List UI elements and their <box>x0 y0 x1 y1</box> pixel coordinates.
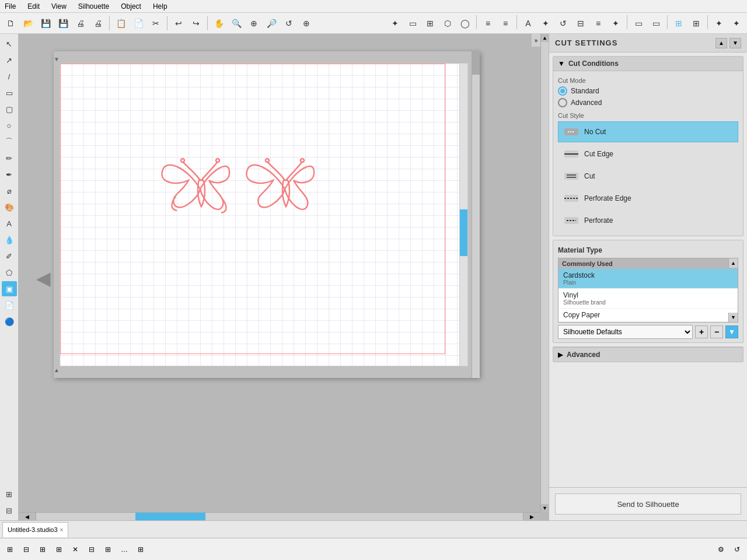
tb-r9[interactable]: ✦ <box>537 15 554 32</box>
material-preset-dropdown[interactable]: Silhouette Defaults <box>558 325 693 339</box>
panel-expand-btn[interactable]: » <box>531 34 540 47</box>
tb-r10[interactable]: ↺ <box>555 15 571 32</box>
h-scrollbar[interactable]: ◀ ▶ <box>19 512 540 520</box>
material-cardstock[interactable]: Cardstock Plain <box>558 269 738 289</box>
tb-print2[interactable]: 🖨 <box>90 15 106 32</box>
tb-cut[interactable]: ✂ <box>148 15 164 32</box>
tb-r3[interactable]: ⊞ <box>422 15 438 32</box>
scroll-left-btn[interactable]: ◀ <box>19 513 36 520</box>
status-info-btn[interactable]: ↺ <box>729 542 745 557</box>
mode-advanced-row[interactable]: Advanced <box>558 98 738 107</box>
tool-calligraph[interactable]: ✒ <box>2 167 17 182</box>
tb-new[interactable]: 🗋 <box>2 15 19 32</box>
tb-r11[interactable]: ⊟ <box>573 15 589 32</box>
tool-view[interactable]: ▣ <box>2 281 17 296</box>
menu-view[interactable]: View <box>49 1 69 12</box>
tb-undo[interactable]: ↩ <box>170 15 187 32</box>
tb-rotate[interactable]: ↺ <box>281 15 297 32</box>
tool-pencil[interactable]: ✏ <box>2 150 17 166</box>
v-scrollbar[interactable] <box>472 51 480 378</box>
tb-r6[interactable]: ≡ <box>480 15 496 32</box>
material-copypaper[interactable]: Copy Paper <box>558 309 738 322</box>
menu-file[interactable]: File <box>2 1 18 12</box>
mode-advanced-radio[interactable] <box>558 98 567 107</box>
tb-r15[interactable]: ▭ <box>648 15 664 32</box>
panel-arrow-up[interactable]: ▲ <box>715 38 727 48</box>
tb-r7[interactable]: ≡ <box>497 15 514 32</box>
tb-redo[interactable]: ↪ <box>188 15 204 32</box>
v-scroll-thumb[interactable] <box>472 51 480 75</box>
tool-panel1[interactable]: ⊞ <box>2 487 17 502</box>
menu-silhouette[interactable]: Silhouette <box>76 1 111 12</box>
mat-scroll-down[interactable]: ▼ <box>728 313 738 322</box>
tool-bezier[interactable]: ⌒ <box>2 134 17 149</box>
h-scroll-thumb[interactable] <box>135 513 205 520</box>
tb-r19[interactable]: ✦ <box>728 15 745 32</box>
menu-edit[interactable]: Edit <box>25 1 42 12</box>
status-btn-5[interactable]: ✕ <box>68 542 83 557</box>
scroll-down-btn[interactable]: ▼ <box>541 504 549 512</box>
tool-ellipse[interactable]: ○ <box>2 118 17 133</box>
tool-paint[interactable]: 🎨 <box>2 200 17 215</box>
tool-polygon[interactable]: ⬠ <box>2 265 17 280</box>
tb-r1[interactable]: ✦ <box>387 15 403 32</box>
status-btn-6[interactable]: ⊟ <box>84 542 99 557</box>
tb-r8[interactable]: A <box>520 15 536 32</box>
cut-style-cutedge[interactable]: Cut Edge <box>558 144 738 164</box>
tb-r2[interactable]: ▭ <box>404 15 421 32</box>
tb-save-as[interactable]: 💾 <box>37 15 54 32</box>
tb-r18[interactable]: ✦ <box>711 15 727 32</box>
tb-r4[interactable]: ⬡ <box>439 15 456 32</box>
tab-close-btn[interactable]: × <box>60 527 64 533</box>
tb-paste[interactable]: 📄 <box>130 15 146 32</box>
outer-v-scrollbar[interactable]: ▲ ▼ <box>540 34 549 512</box>
tb-r17[interactable]: ⊞ <box>688 15 704 32</box>
tb-open[interactable]: 📂 <box>20 15 36 32</box>
tb-r13[interactable]: ✦ <box>608 15 624 32</box>
tb-print[interactable]: 🖨 <box>72 15 89 32</box>
material-add-btn[interactable]: + <box>695 326 708 338</box>
scroll-right-btn[interactable]: ▶ <box>523 513 540 520</box>
tool-node[interactable]: ↗ <box>2 52 17 68</box>
tb-zoom-in[interactable]: 🔍 <box>228 15 245 32</box>
status-btn-8[interactable]: … <box>117 542 132 557</box>
tb-zoom-fit[interactable]: ⊕ <box>246 15 262 32</box>
tb-expand[interactable]: ⊕ <box>298 15 315 32</box>
canvas-area[interactable]: ◀ ▼ ▲ <box>19 34 549 520</box>
menu-object[interactable]: Object <box>118 1 144 12</box>
cut-conditions-header[interactable]: ▼ Cut Conditions <box>553 57 743 71</box>
material-vinyl[interactable]: Vinyl Silhouette brand <box>558 289 738 309</box>
material-remove-btn[interactable]: − <box>710 326 723 338</box>
tool-eyedrop[interactable]: 💧 <box>2 232 17 247</box>
tb-r16[interactable]: ⊞ <box>671 15 687 32</box>
tb-save[interactable]: 💾 <box>55 15 71 32</box>
status-btn-2[interactable]: ⊟ <box>19 542 34 557</box>
tool-special[interactable]: 🔵 <box>2 314 17 329</box>
material-dropdown-btn[interactable]: ▼ <box>725 326 738 338</box>
cut-style-perf[interactable]: Perforate <box>558 210 738 231</box>
tool-panel2[interactable]: ⊟ <box>2 503 17 518</box>
tool-pages[interactable]: 📄 <box>2 298 17 313</box>
tool-eraser[interactable]: ⌀ <box>2 183 17 198</box>
tb-zoom-out[interactable]: 🔎 <box>263 15 280 32</box>
mat-scroll-up[interactable]: ▲ <box>728 258 738 268</box>
status-btn-1[interactable]: ⊞ <box>2 542 18 557</box>
tb-hand[interactable]: ✋ <box>211 15 227 32</box>
tb-r14[interactable]: ▭ <box>630 15 647 32</box>
tb-copy[interactable]: 📋 <box>113 15 129 32</box>
tool-pencil2[interactable]: ✐ <box>2 249 17 264</box>
panel-arrow-down[interactable]: ▼ <box>729 38 741 48</box>
tool-line[interactable]: / <box>2 69 17 84</box>
send-to-silhouette-button[interactable]: Send to Silhouette <box>555 494 741 514</box>
left-nav-arrow[interactable]: ◀ <box>36 267 51 289</box>
cut-style-perfedge[interactable]: Perforate Edge <box>558 188 738 209</box>
cut-style-cut[interactable]: Cut <box>558 166 738 187</box>
tb-r12[interactable]: ≡ <box>590 15 606 32</box>
mode-standard-row[interactable]: Standard <box>558 86 738 96</box>
scroll-up-btn[interactable]: ▲ <box>541 34 549 42</box>
status-btn-3[interactable]: ⊞ <box>35 542 50 557</box>
cutting-mat[interactable] <box>60 63 468 366</box>
tool-select[interactable]: ↖ <box>2 36 17 51</box>
advanced-header[interactable]: ▶ Advanced <box>553 347 743 362</box>
status-btn-7[interactable]: ⊞ <box>100 542 116 557</box>
